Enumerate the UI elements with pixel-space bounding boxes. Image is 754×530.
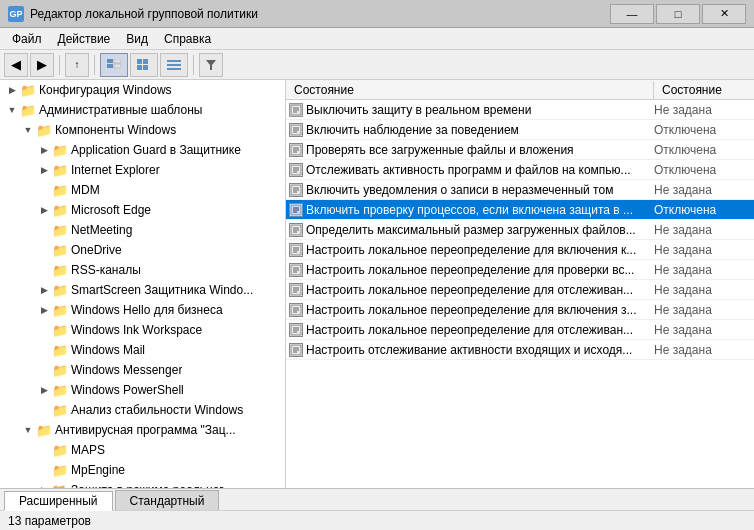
tree-item-label: Internet Explorer [71,163,160,177]
title-bar-text: Редактор локальной групповой политики [30,7,610,21]
svg-rect-0 [107,59,113,63]
menu-action[interactable]: Действие [50,30,119,48]
policy-row[interactable]: Включить уведомления о записи в неразмеч… [286,180,754,200]
policy-icon [286,323,306,337]
policy-icon [286,143,306,157]
folder-icon: 📁 [52,263,68,278]
policy-name: Настроить локальное переопределение для … [306,243,654,257]
icon-view-button[interactable] [130,53,158,77]
tree-item-label: Windows Hello для бизнеса [71,303,223,317]
svg-rect-6 [137,65,142,70]
folder-icon: 📁 [52,243,68,258]
right-panel-header: Состояние Состояние [286,80,754,100]
policy-icon [286,183,306,197]
svg-rect-9 [167,64,181,66]
tree-item-windows-messenger[interactable]: ▶ 📁 Windows Messenger [0,360,285,380]
toolbar: ◀ ▶ ↑ [0,50,754,80]
policy-row-selected[interactable]: Включить проверку процессов, если включе… [286,200,754,220]
header-name-col: Состояние [286,81,654,99]
policy-name: Включить уведомления о записи в неразмеч… [306,183,654,197]
policy-row[interactable]: Включить наблюдение за поведением Отключ… [286,120,754,140]
menu-file[interactable]: Файл [4,30,50,48]
tree-panel[interactable]: ▶ 📁 Конфигурация Windows ▼ 📁 Администрат… [0,80,286,488]
folder-icon: 📁 [52,283,68,298]
tree-item-admin-templates[interactable]: ▼ 📁 Административные шаблоны [0,100,285,120]
svg-rect-8 [167,60,181,62]
forward-button[interactable]: ▶ [30,53,54,77]
maximize-button[interactable]: □ [656,4,700,24]
tree-item-internet-explorer[interactable]: ▶ 📁 Internet Explorer [0,160,285,180]
policy-name: Включить проверку процессов, если включе… [306,203,654,217]
policy-status: Отключена [654,143,754,157]
minimize-button[interactable]: — [610,4,654,24]
policy-row[interactable]: Отслеживать активность программ и файлов… [286,160,754,180]
back-button[interactable]: ◀ [4,53,28,77]
tree-arrow: ▶ [36,205,52,215]
policy-name: Включить наблюдение за поведением [306,123,654,137]
up-button[interactable]: ↑ [65,53,89,77]
tree-item-stability-analysis[interactable]: ▶ 📁 Анализ стабильности Windows [0,400,285,420]
policy-status: Не задана [654,323,754,337]
folder-icon: 📁 [52,143,68,158]
title-bar-controls: — □ ✕ [610,4,746,24]
tab-standard[interactable]: Стандартный [115,490,220,510]
tree-arrow: ▶ [4,85,20,95]
list-view-button[interactable] [160,53,188,77]
tree-item-smartscreen[interactable]: ▶ 📁 SmartScreen Защитника Windo... [0,280,285,300]
tree-item-windows-hello[interactable]: ▶ 📁 Windows Hello для бизнеса [0,300,285,320]
filter-button[interactable] [199,53,223,77]
tree-item-windows-mail[interactable]: ▶ 📁 Windows Mail [0,340,285,360]
policy-row[interactable]: Настроить локальное переопределение для … [286,300,754,320]
policy-name: Настроить локальное переопределение для … [306,303,654,317]
tree-arrow: ▶ [36,305,52,315]
folder-icon: 📁 [20,83,36,98]
status-bar: 13 параметров [0,510,754,530]
folder-icon: 📁 [52,343,68,358]
tree-item-realtime[interactable]: ▶ 📂 Защита в режиме реальног... [0,480,285,488]
tree-item-maps[interactable]: ▶ 📁 MAPS [0,440,285,460]
tree-item-windows-ink[interactable]: ▶ 📁 Windows Ink Workspace [0,320,285,340]
policy-status: Не задана [654,243,754,257]
menu-view[interactable]: Вид [118,30,156,48]
tree-item-configuration-windows[interactable]: ▶ 📁 Конфигурация Windows [0,80,285,100]
tree-item-mpengine[interactable]: ▶ 📁 MpEngine [0,460,285,480]
tree-arrow: ▶ [36,385,52,395]
folder-icon: 📁 [20,103,36,118]
tree-item-windows-components[interactable]: ▼ 📁 Компоненты Windows [0,120,285,140]
tree-item-label: Конфигурация Windows [39,83,172,97]
policy-row[interactable]: Настроить локальное переопределение для … [286,280,754,300]
show-hide-button[interactable] [100,53,128,77]
tree-arrow: ▶ [36,165,52,175]
tree-item-label: RSS-каналы [71,263,141,277]
policy-row[interactable]: Настроить отслеживание активности входящ… [286,340,754,360]
tree-arrow: ▼ [20,425,36,435]
policy-name: Выключить защиту в реальном времени [306,103,654,117]
tree-item-mdm[interactable]: ▶ 📁 MDM [0,180,285,200]
tree-item-netmeeting[interactable]: ▶ 📁 NetMeeting [0,220,285,240]
tree-item-windows-powershell[interactable]: ▶ 📁 Windows PowerShell [0,380,285,400]
tree-item-rss[interactable]: ▶ 📁 RSS-каналы [0,260,285,280]
tree-arrow: ▶ [36,285,52,295]
tree-item-label: MDM [71,183,100,197]
title-bar: GP Редактор локальной групповой политики… [0,0,754,28]
tree-item-onedrive[interactable]: ▶ 📁 OneDrive [0,240,285,260]
policy-row[interactable]: Выключить защиту в реальном времени Не з… [286,100,754,120]
policy-row[interactable]: Проверять все загруженные файлы и вложен… [286,140,754,160]
policy-icon [286,223,306,237]
policy-name: Проверять все загруженные файлы и вложен… [306,143,654,157]
tree-item-antivirus[interactable]: ▼ 📁 Антивирусная программа "Зац... [0,420,285,440]
policy-list[interactable]: Выключить защиту в реальном времени Не з… [286,100,754,488]
menu-help[interactable]: Справка [156,30,219,48]
svg-rect-4 [137,59,142,64]
policy-name: Настроить локальное переопределение для … [306,323,654,337]
policy-row[interactable]: Настроить локальное переопределение для … [286,260,754,280]
policy-row[interactable]: Настроить локальное переопределение для … [286,240,754,260]
policy-row[interactable]: Настроить локальное переопределение для … [286,320,754,340]
tree-item-label: Административные шаблоны [39,103,202,117]
tree-item-app-guard[interactable]: ▶ 📁 Application Guard в Защитнике [0,140,285,160]
policy-row[interactable]: Определить максимальный размер загруженн… [286,220,754,240]
folder-icon: 📁 [36,123,52,138]
tree-item-microsoft-edge[interactable]: ▶ 📁 Microsoft Edge [0,200,285,220]
close-button[interactable]: ✕ [702,4,746,24]
tab-extended[interactable]: Расширенный [4,491,113,511]
